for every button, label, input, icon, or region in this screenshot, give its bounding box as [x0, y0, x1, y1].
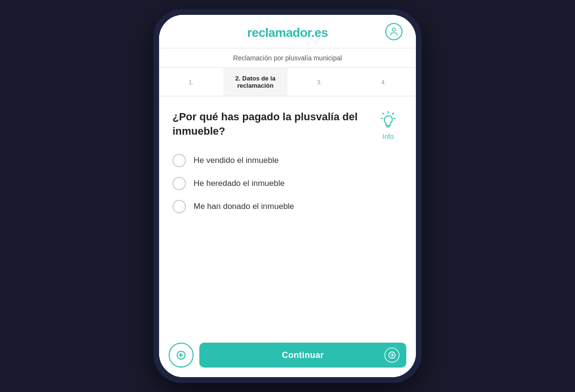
svg-point-0 — [392, 28, 396, 31]
option-sold[interactable]: He vendido el inmueble — [172, 154, 402, 167]
continue-arrow-icon — [384, 347, 400, 363]
option-donated[interactable]: Me han donado el inmueble — [172, 200, 402, 213]
radio-sold[interactable] — [172, 154, 186, 167]
app-header: reclamador.es — [159, 15, 416, 48]
step-3: 3. — [288, 72, 352, 92]
svg-line-4 — [383, 113, 384, 115]
step-1: 1. — [159, 72, 223, 92]
main-content: ¿Por qué has pagado la plusvalía del inm… — [159, 96, 416, 335]
question-text: ¿Por qué has pagado la plusvalía del inm… — [172, 110, 374, 138]
step-4: 4. — [352, 72, 416, 92]
option-inherited[interactable]: He heredado el inmueble — [172, 177, 402, 190]
radio-inherited[interactable] — [172, 177, 186, 190]
info-label: Info — [382, 133, 393, 140]
back-arrow-icon — [176, 350, 186, 360]
svg-line-2 — [392, 113, 394, 115]
option-sold-label: He vendido el inmueble — [194, 156, 279, 165]
options-list: He vendido el inmueble He heredado el in… — [172, 154, 402, 213]
radio-donated[interactable] — [172, 200, 186, 213]
question-row: ¿Por qué has pagado la plusvalía del inm… — [172, 110, 402, 140]
option-inherited-label: He heredado el inmueble — [194, 179, 285, 188]
step-2-active: 2. Datos de la reclamación — [223, 68, 288, 96]
phone-screen: reclamador.es Reclamación por plusvalía … — [159, 15, 416, 377]
continue-label: Continuar — [282, 350, 324, 360]
steps-bar: 1. 2. Datos de la reclamación 3. 4. — [159, 68, 416, 96]
info-button[interactable]: Info — [374, 110, 402, 140]
continue-button[interactable]: Continuar — [199, 343, 406, 368]
option-donated-label: Me han donado el inmueble — [194, 202, 294, 211]
lightbulb-icon — [378, 110, 399, 131]
phone-device: reclamador.es Reclamación por plusvalía … — [153, 9, 422, 383]
back-button[interactable] — [169, 343, 194, 368]
footer-bar: Continuar — [159, 335, 416, 377]
page-subtitle: Reclamación por plusvalía municipal — [159, 48, 416, 68]
app-title: reclamador.es — [247, 25, 328, 40]
user-icon-button[interactable] — [385, 23, 402, 40]
